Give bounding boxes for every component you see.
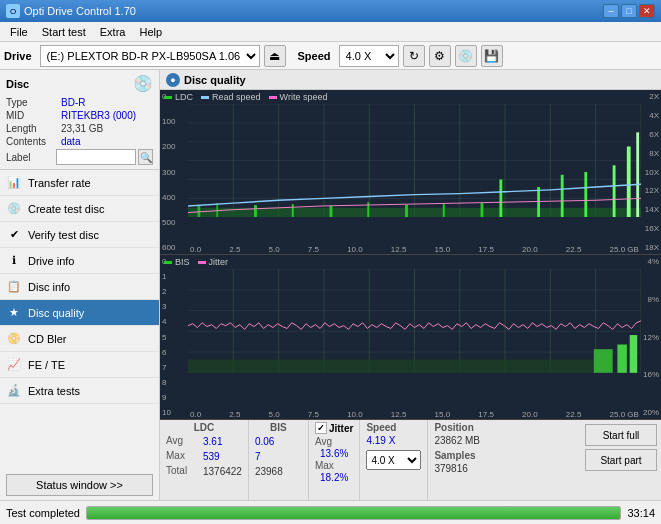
disc-contents-label: Contents [6,136,61,147]
disc-button[interactable]: 💿 [455,45,477,67]
bottom-chart-y-left: 10 9 8 7 6 5 4 3 2 1 0 [160,255,188,419]
disc-type-row: Type BD-R [6,97,153,108]
titlebar: O Opti Drive Control 1.70 – □ ✕ [0,0,661,22]
close-button[interactable]: ✕ [639,4,655,18]
legend-jitter: Jitter [198,257,229,267]
settings-button[interactable]: ⚙ [429,45,451,67]
cd-bler-icon: 📀 [6,331,22,347]
sidebar-item-transfer-rate[interactable]: 📊 Transfer rate [0,170,159,196]
minimize-button[interactable]: – [603,4,619,18]
time-display: 33:14 [627,507,655,519]
ldc-total: 1376422 [203,466,242,477]
disc-mid-row: MID RITEKBR3 (000) [6,110,153,121]
bottom-chart-x-axis: 0.0 2.5 5.0 7.5 10.0 12.5 15.0 17.5 20.0… [188,407,641,419]
right-panel: ● Disc quality LDC [160,70,661,500]
legend-read-speed: Read speed [201,92,261,102]
jitter-avg: 13.6% [315,448,353,459]
svg-rect-55 [630,335,638,373]
status-window-button[interactable]: Status window >> [6,474,153,496]
speed-label: Speed [298,50,331,62]
maximize-button[interactable]: □ [621,4,637,18]
svg-rect-52 [188,360,594,373]
bis-avg: 0.06 [255,436,274,447]
sidebar-item-disc-quality[interactable]: ★ Disc quality [0,300,159,326]
svg-rect-27 [481,203,484,217]
write-speed-dot [269,96,277,99]
bottom-chart: BIS Jitter 10 9 8 7 [160,255,661,420]
menu-extra[interactable]: Extra [94,25,132,39]
sidebar-item-drive-info[interactable]: ℹ Drive info [0,248,159,274]
disc-type-label: Type [6,97,61,108]
bottom-chart-canvas: BIS Jitter 10 9 8 7 [160,255,661,419]
menu-start-test[interactable]: Start test [36,25,92,39]
sidebar-item-disc-info[interactable]: 📋 Disc info [0,274,159,300]
sidebar-label-drive-info: Drive info [28,255,74,267]
transfer-rate-icon: 📊 [6,175,22,191]
drive-toolbar: Drive (E:) PLEXTOR BD-R PX-LB950SA 1.06 … [0,42,661,70]
disc-panel: Disc 💿 Type BD-R MID RITEKBR3 (000) Leng… [0,70,159,170]
sidebar-item-verify-test-disc[interactable]: ✔ Verify test disc [0,222,159,248]
bis-avg-row: 0.06 [255,435,302,448]
sidebar-item-create-test-disc[interactable]: 💿 Create test disc [0,196,159,222]
sidebar-item-extra-tests[interactable]: 🔬 Extra tests [0,378,159,404]
jitter-checkbox[interactable]: ✓ [315,422,327,434]
disc-quality-title: Disc quality [184,74,246,86]
disc-contents-value: data [61,136,153,147]
drive-select[interactable]: (E:) PLEXTOR BD-R PX-LB950SA 1.06 [40,45,260,67]
sidebar-item-fe-te[interactable]: 📈 FE / TE [0,352,159,378]
ldc-stats-col: LDC Avg 3.61 Max 539 Total 1376422 [160,420,249,500]
samples-label: Samples [434,450,480,461]
bis-header: BIS [255,422,302,433]
ldc-total-row: Total 1376422 [166,465,242,478]
sidebar-label-cd-bler: CD Bler [28,333,67,345]
speed-select[interactable]: 4.0 X [339,45,399,67]
disc-label-btn[interactable]: 🔍 [138,149,153,165]
svg-rect-30 [561,175,564,217]
sidebar-label-disc-info: Disc info [28,281,70,293]
legend-write-speed: Write speed [269,92,328,102]
top-chart-x-axis: 0.0 2.5 5.0 7.5 10.0 12.5 15.0 17.5 20.0… [188,242,641,254]
content-area: Disc 💿 Type BD-R MID RITEKBR3 (000) Leng… [0,70,661,500]
svg-rect-20 [216,203,218,217]
start-full-button[interactable]: Start full [585,424,657,446]
nav-items: 📊 Transfer rate 💿 Create test disc ✔ Ver… [0,170,159,470]
svg-rect-28 [499,180,502,218]
bottom-chart-svg [188,269,641,373]
disc-icon: 💿 [133,74,153,93]
eject-button[interactable]: ⏏ [264,45,286,67]
sidebar-item-cd-bler[interactable]: 📀 CD Bler [0,326,159,352]
svg-rect-29 [537,187,540,217]
disc-length-value: 23,31 GB [61,123,153,134]
speed-section: Speed 4.19 X 4.0 X [360,420,428,500]
disc-header: Disc 💿 [6,74,153,93]
disc-quality-header-icon: ● [166,73,180,87]
start-part-button[interactable]: Start part [585,449,657,471]
bis-stats-col: BIS 0.06 7 23968 [249,420,309,500]
disc-label-input[interactable] [56,149,136,165]
svg-rect-21 [254,205,257,217]
sidebar-label-transfer-rate: Transfer rate [28,177,91,189]
legend-ldc: LDC [164,92,193,102]
save-button[interactable]: 💾 [481,45,503,67]
sidebar-label-disc-quality: Disc quality [28,307,84,319]
position-val: 23862 MB [434,435,480,446]
disc-label-label: Label [6,152,56,163]
progress-container [86,506,621,520]
titlebar-controls[interactable]: – □ ✕ [603,4,655,18]
refresh-button[interactable]: ↻ [403,45,425,67]
stats-area: LDC Avg 3.61 Max 539 Total 1376422 [160,420,661,500]
ldc-header: LDC [166,422,242,433]
extra-tests-icon: 🔬 [6,383,22,399]
sidebar: Disc 💿 Type BD-R MID RITEKBR3 (000) Leng… [0,70,160,500]
progress-fill [87,507,620,519]
fe-te-icon: 📈 [6,357,22,373]
top-chart-svg [188,104,641,217]
speed-select-stats[interactable]: 4.0 X [366,450,421,470]
menu-file[interactable]: File [4,25,34,39]
menu-help[interactable]: Help [133,25,168,39]
read-speed-dot [201,96,209,99]
charts-area: LDC Read speed Write speed [160,90,661,420]
position-section: Position 23862 MB Samples 379816 [428,420,486,500]
svg-rect-25 [405,205,408,217]
disc-length-label: Length [6,123,61,134]
